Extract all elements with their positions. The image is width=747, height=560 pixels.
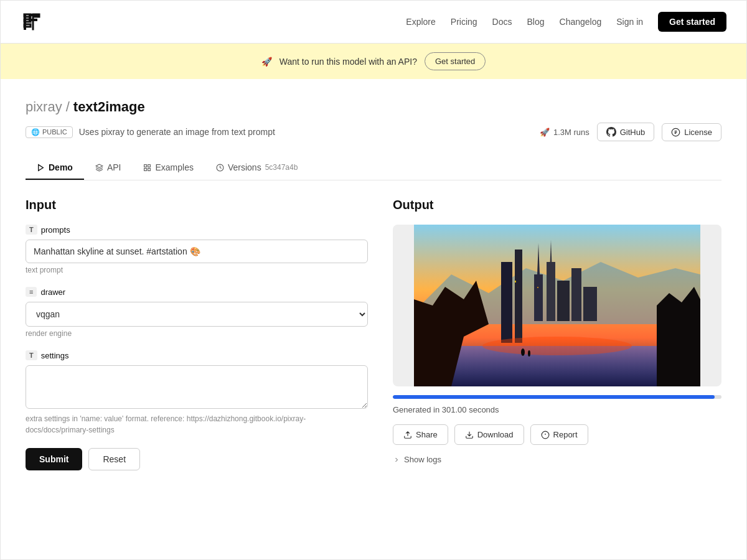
tab-api[interactable]: API [84,156,133,180]
svg-rect-4 [29,19,37,21]
settings-field-name: settings [41,351,69,360]
tab-versions-label: Versions [228,162,261,172]
svg-rect-28 [537,287,538,288]
output-panel: Output [393,198,721,470]
input-panel: Input T prompts text prompt ≡ drawer [26,198,368,470]
settings-type-badge: T [26,350,37,360]
model-owner[interactable]: pixray [26,99,62,115]
tab-demo-label: Demo [49,162,73,172]
model-name: text2image [73,99,145,115]
share-label: Share [416,430,438,439]
field-settings: T settings extra settings in 'name: valu… [26,350,368,436]
license-icon [671,128,680,137]
header: Explore Pricing Docs Blog Changelog Sign… [1,1,746,44]
report-icon [541,431,550,439]
svg-rect-3 [29,14,40,16]
tab-api-label: API [107,162,121,172]
prompts-input[interactable] [26,240,368,263]
svg-point-29 [521,348,525,356]
field-prompts-label-row: T prompts [26,225,368,235]
github-icon [606,127,616,137]
svg-rect-27 [515,281,516,282]
share-icon [403,431,412,439]
banner-text: Want to run this model with an API? [280,57,417,67]
visibility-badge: 🌐 PUBLIC [26,126,73,138]
reset-button[interactable]: Reset [88,448,140,470]
show-logs[interactable]: Show logs [393,455,721,464]
nav-explore[interactable]: Explore [406,17,435,27]
share-button[interactable]: Share [393,424,448,445]
tab-examples-label: Examples [155,162,193,172]
drawer-field-name: drawer [40,287,65,297]
nav-signin[interactable]: Sign in [616,17,643,27]
api-banner: 🚀 Want to run this model with an API? Ge… [1,44,746,79]
progress-bar-container [393,395,721,399]
visibility-label: PUBLIC [42,128,67,136]
svg-point-26 [482,337,632,355]
settings-textarea[interactable] [26,365,368,409]
github-label: GitHub [620,128,645,137]
runs-icon: 🚀 [540,128,550,137]
svg-rect-18 [515,250,522,343]
examples-icon [143,164,151,172]
logo[interactable] [21,11,43,33]
chevron-right-icon [393,456,400,464]
banner-get-started-button[interactable]: Get started [425,52,486,70]
model-meta-left: 🌐 PUBLIC Uses pixray to generate an imag… [26,126,275,138]
svg-rect-24 [571,268,581,321]
tab-demo[interactable]: Demo [26,156,84,180]
main-nav: Explore Pricing Docs Blog Changelog Sign… [406,12,726,32]
generated-time: Generated in 301.00 seconds [393,405,721,414]
progress-bar-fill [393,395,715,399]
api-icon [95,164,103,172]
main-content: pixray / text2image 🌐 PUBLIC Uses pixray… [1,79,746,490]
model-meta: 🌐 PUBLIC Uses pixray to generate an imag… [26,123,721,141]
download-label: Download [477,430,514,439]
header-get-started-button[interactable]: Get started [658,12,726,32]
license-button[interactable]: License [662,123,721,141]
breadcrumb-separator: / [66,99,70,115]
report-button[interactable]: Report [530,424,588,445]
submit-button[interactable]: Submit [26,448,82,470]
version-badge: 5c347a4b [265,163,298,172]
input-heading: Input [26,198,368,212]
prompts-field-name: prompts [41,225,70,235]
tab-bar: Demo API Examples Versions 5c347a4b [26,156,721,180]
report-label: Report [553,430,578,439]
svg-marker-16 [657,287,700,386]
drawer-hint: render engine [26,329,368,338]
play-icon [37,164,45,172]
field-prompts: T prompts text prompt [26,225,368,274]
download-button[interactable]: Download [454,424,524,445]
form-buttons: Submit Reset [26,448,368,470]
versions-icon [216,164,224,172]
github-button[interactable]: GitHub [597,123,654,141]
tab-versions[interactable]: Versions 5c347a4b [205,156,309,180]
svg-marker-6 [39,164,44,170]
field-drawer-label-row: ≡ drawer [26,287,368,297]
svg-rect-22 [547,262,555,321]
banner-rocket-icon: 🚀 [261,57,272,67]
nav-blog[interactable]: Blog [527,17,545,27]
output-image [393,225,721,386]
runs-count-value: 1.3M runs [553,128,590,137]
svg-rect-25 [583,287,597,321]
show-logs-label: Show logs [404,455,441,464]
runs-count: 🚀 1.3M runs [540,128,590,137]
drawer-select[interactable]: vqgan pixel line_sketch clipdraw [26,302,368,327]
settings-hint: extra settings in 'name: value' format. … [26,413,368,436]
breadcrumb: pixray / text2image [26,99,721,115]
svg-rect-1 [24,14,26,30]
output-heading: Output [393,198,721,212]
nav-changelog[interactable]: Changelog [560,17,602,27]
nav-pricing[interactable]: Pricing [451,17,477,27]
download-icon [465,431,474,439]
svg-rect-17 [501,262,512,343]
logo-icon [21,11,43,33]
svg-rect-10 [144,168,147,170]
model-description: Uses pixray to generate an image from te… [79,127,275,137]
nav-docs[interactable]: Docs [492,17,512,27]
svg-rect-7 [144,164,147,167]
svg-point-30 [528,350,530,357]
tab-examples[interactable]: Examples [132,156,204,180]
